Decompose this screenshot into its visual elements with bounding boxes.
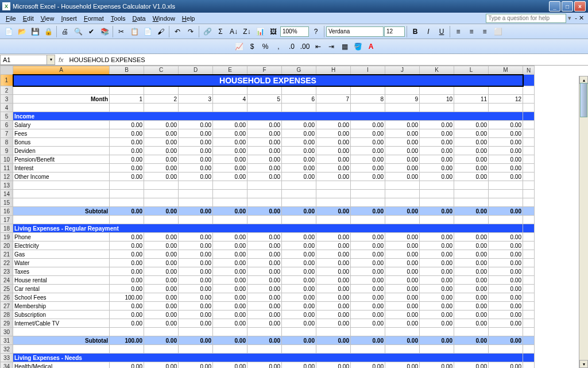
cell[interactable]: Deviden xyxy=(13,147,110,155)
cell[interactable]: 0.00 xyxy=(454,285,489,293)
row-header-6[interactable]: 6 xyxy=(1,121,13,129)
cell[interactable]: 0.00 xyxy=(385,267,420,276)
cell[interactable]: 0.00 xyxy=(385,241,420,250)
cell[interactable] xyxy=(523,129,535,138)
cell[interactable]: 11 xyxy=(454,95,489,103)
menu-help[interactable]: Help xyxy=(179,14,199,23)
cell[interactable] xyxy=(385,181,420,190)
cell[interactable]: 0.00 xyxy=(213,241,247,250)
cell[interactable]: 0.00 xyxy=(316,310,351,319)
cell[interactable]: 0.00 xyxy=(489,164,523,172)
cell[interactable]: 0.00 xyxy=(454,362,489,369)
cell[interactable]: 5 xyxy=(247,95,282,103)
cell[interactable]: 0.00 xyxy=(179,336,213,345)
cell[interactable]: 0.00 xyxy=(179,250,213,259)
cell[interactable]: Gas xyxy=(13,250,110,259)
cell[interactable]: 0.00 xyxy=(282,155,316,164)
row-header-5[interactable]: 5 xyxy=(1,112,13,121)
cell[interactable]: 0.00 xyxy=(489,362,523,369)
cell[interactable] xyxy=(351,86,385,95)
cell[interactable] xyxy=(144,328,179,336)
cell[interactable] xyxy=(523,95,535,103)
row-header-33[interactable]: 33 xyxy=(1,354,13,362)
cell[interactable]: Subtotal xyxy=(13,207,110,216)
cell[interactable] xyxy=(385,86,420,95)
cell[interactable]: 0.00 xyxy=(213,121,247,129)
cell[interactable]: 0.00 xyxy=(247,285,282,293)
col-header-B[interactable]: B xyxy=(110,66,144,75)
cell[interactable] xyxy=(13,216,110,224)
cell[interactable]: 0.00 xyxy=(282,241,316,250)
row-header-34[interactable]: 34 xyxy=(1,362,13,369)
cell[interactable] xyxy=(282,345,316,354)
cell[interactable]: 0.00 xyxy=(282,147,316,155)
cell[interactable]: 0.00 xyxy=(489,293,523,302)
cell[interactable]: 0.00 xyxy=(213,172,247,181)
align-right-icon[interactable]: ≡ xyxy=(478,25,491,38)
cell[interactable]: 0.00 xyxy=(179,207,213,216)
cell[interactable]: 0.00 xyxy=(489,155,523,164)
cell[interactable]: 0.00 xyxy=(454,319,489,328)
cell[interactable]: 0.00 xyxy=(385,164,420,172)
cell[interactable]: 0.00 xyxy=(282,233,316,241)
cell[interactable] xyxy=(523,276,535,285)
cell[interactable]: 0.00 xyxy=(247,233,282,241)
bold-icon[interactable]: B xyxy=(409,25,421,38)
cell[interactable]: 0.00 xyxy=(110,310,144,319)
cell[interactable]: 0.00 xyxy=(247,319,282,328)
cell[interactable]: 0.00 xyxy=(247,336,282,345)
cell[interactable] xyxy=(144,190,179,198)
cell[interactable]: 0.00 xyxy=(282,293,316,302)
cell[interactable]: 0.00 xyxy=(110,155,144,164)
cell[interactable]: 0.00 xyxy=(489,207,523,216)
cell[interactable]: 0.00 xyxy=(316,319,351,328)
cell[interactable]: 0.00 xyxy=(385,172,420,181)
row-header-27[interactable]: 27 xyxy=(1,302,13,310)
cell[interactable] xyxy=(247,181,282,190)
cell[interactable] xyxy=(351,190,385,198)
cell[interactable]: 0.00 xyxy=(282,164,316,172)
row-header-28[interactable]: 28 xyxy=(1,310,13,319)
cell[interactable]: 0.00 xyxy=(316,302,351,310)
cell[interactable] xyxy=(13,103,110,112)
cell[interactable]: 100.00 xyxy=(110,293,144,302)
cell[interactable] xyxy=(13,198,110,207)
cell[interactable] xyxy=(523,285,535,293)
cell[interactable] xyxy=(351,103,385,112)
col-header-G[interactable]: G xyxy=(282,66,316,75)
cell[interactable]: 0.00 xyxy=(454,259,489,267)
cell[interactable]: 0.00 xyxy=(144,241,179,250)
cell[interactable]: 0.00 xyxy=(213,147,247,155)
cell[interactable]: 9 xyxy=(385,95,420,103)
cell[interactable]: 0.00 xyxy=(489,285,523,293)
cell[interactable] xyxy=(316,86,351,95)
copy-icon[interactable]: 📋 xyxy=(128,25,141,38)
cell[interactable]: 3 xyxy=(179,95,213,103)
sort-desc-icon[interactable]: Z↓ xyxy=(241,25,253,38)
cell[interactable]: 0.00 xyxy=(351,250,385,259)
cell[interactable]: 4 xyxy=(213,95,247,103)
cell[interactable] xyxy=(351,328,385,336)
cell[interactable] xyxy=(110,216,144,224)
cell[interactable]: 0.00 xyxy=(454,267,489,276)
cell[interactable]: 0.00 xyxy=(454,172,489,181)
cell[interactable] xyxy=(489,328,523,336)
align-left-icon[interactable]: ≡ xyxy=(452,25,465,38)
cell[interactable]: 0.00 xyxy=(489,310,523,319)
col-header-D[interactable]: D xyxy=(179,66,213,75)
cell[interactable]: 0.00 xyxy=(385,121,420,129)
cell[interactable]: Taxes xyxy=(13,267,110,276)
cell[interactable] xyxy=(523,207,535,216)
cell[interactable] xyxy=(179,216,213,224)
cell[interactable]: 0.00 xyxy=(144,172,179,181)
cell[interactable] xyxy=(282,328,316,336)
cell[interactable]: 0.00 xyxy=(351,310,385,319)
menu-format[interactable]: Format xyxy=(80,14,107,23)
increase-indent-icon[interactable]: ⇥ xyxy=(325,40,338,53)
col-header-L[interactable]: L xyxy=(454,66,489,75)
cell[interactable]: 0.00 xyxy=(385,310,420,319)
cell[interactable]: Living Expenses - Needs xyxy=(13,354,523,362)
scroll-thumb[interactable] xyxy=(580,83,587,117)
cell[interactable]: 0.00 xyxy=(247,259,282,267)
cell[interactable]: Fees xyxy=(13,129,110,138)
